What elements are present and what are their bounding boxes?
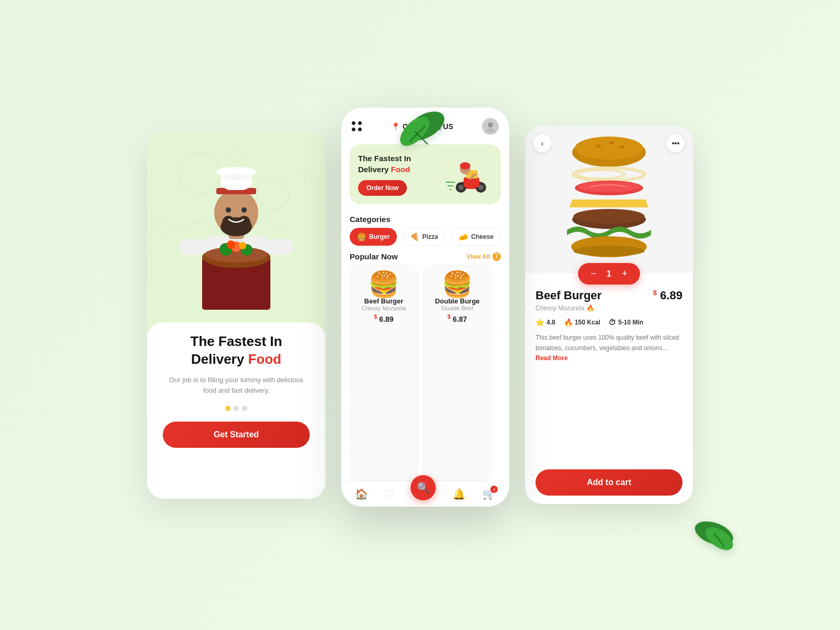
svg-marker-56: [570, 200, 648, 207]
favorites-nav-icon[interactable]: ♡: [385, 488, 394, 500]
increase-qty-button[interactable]: +: [622, 268, 627, 279]
home-nav-icon[interactable]: 🏠: [355, 488, 368, 500]
detail-image-area: ‹ •••: [525, 126, 693, 273]
location-icon: 📍: [391, 122, 400, 131]
svg-point-34: [488, 122, 493, 128]
detail-info: Beef Burger $ 6.89 Chessy Mozarela 🔥 ⭐ 4…: [525, 273, 693, 504]
beef-burger-sub: Chessy Mozarela: [362, 305, 406, 311]
add-to-cart-button[interactable]: Add to cart: [536, 469, 682, 496]
delivery-illustration: [445, 153, 492, 195]
svg-point-58: [573, 209, 645, 224]
rating-stat: ⭐ 4.8: [536, 318, 555, 327]
dot: [358, 121, 362, 125]
category-cheese[interactable]: 🧀 Cheese: [451, 228, 501, 246]
leaf-bottom-right-decoration: [688, 512, 740, 556]
clock-icon: ⏱: [608, 318, 616, 327]
svg-point-53: [578, 170, 625, 178]
double-burger-price: $ 6.87: [447, 313, 467, 323]
pizza-icon: 🍕: [410, 233, 419, 241]
beef-burger-name: Beef Burger: [364, 297, 403, 305]
calories-stat: 🔥 150 Kcal: [564, 318, 601, 327]
category-burger[interactable]: 🍔 Burger: [350, 228, 397, 246]
product-subtitle: Chessy Mozarela 🔥: [536, 304, 682, 312]
search-nav-button[interactable]: 🔍: [411, 475, 436, 500]
svg-rect-14: [178, 239, 207, 255]
hero-text: The Fastest In Delivery Food Order Now: [358, 153, 445, 196]
home-header: 📍 Calofornia, US: [341, 108, 509, 140]
cheese-label: Cheese: [471, 233, 494, 240]
svg-point-55: [578, 182, 640, 192]
category-pizza[interactable]: 🍕 Pizza: [402, 228, 446, 246]
view-all-badge: 7: [492, 253, 501, 261]
search-icon: 🔍: [417, 481, 430, 494]
intro-card-content: The Fastest In Delivery Food Our job is …: [147, 322, 326, 499]
food-card-double-burger[interactable]: 🍔 Double Burge Double Beef $ 6.87: [423, 265, 491, 481]
svg-point-27: [238, 216, 250, 230]
dot-3: [242, 406, 247, 411]
svg-point-60: [573, 246, 645, 256]
dots-indicator: [225, 406, 247, 411]
decrease-qty-button[interactable]: −: [591, 268, 596, 279]
svg-point-33: [223, 174, 249, 180]
product-description: This beef burger uses 100% quality beef …: [536, 333, 682, 469]
product-stats: ⭐ 4.8 🔥 150 Kcal ⏱ 5-10 Min: [536, 318, 682, 327]
read-more-link[interactable]: Read More: [536, 354, 568, 362]
burger-icon: 🍔: [357, 233, 366, 241]
time-stat: ⏱ 5-10 Min: [608, 318, 643, 327]
svg-point-46: [460, 162, 470, 170]
cart-badge: 3: [490, 486, 498, 493]
svg-point-4: [691, 517, 736, 550]
get-started-button[interactable]: Get Started: [163, 422, 310, 448]
double-burger-sub: Double Beef: [442, 305, 474, 311]
svg-point-22: [239, 242, 246, 249]
view-all-button[interactable]: View All 7: [467, 253, 501, 261]
svg-point-5: [701, 523, 737, 554]
popular-title: Popular Now: [350, 252, 398, 261]
pizza-label: Pizza: [422, 233, 438, 240]
home-card: 📍 Calofornia, US The Fastest In Delivery…: [341, 108, 509, 507]
menu-icon[interactable]: [352, 121, 362, 132]
intro-title: The Fastest In Delivery Food: [191, 333, 282, 369]
cart-nav-icon[interactable]: 🛒 3: [482, 488, 496, 500]
main-container: The Fastest In Delivery Food Our job is …: [79, 58, 761, 572]
svg-point-38: [458, 185, 464, 190]
beef-burger-price: $ 6.89: [374, 313, 393, 323]
location-display: 📍 Calofornia, US: [391, 122, 453, 131]
beef-burger-image: 🍔: [368, 272, 400, 297]
dot-2: [234, 406, 239, 411]
order-now-button[interactable]: Order Now: [358, 180, 407, 196]
product-name: Beef Burger: [536, 289, 602, 302]
star-icon: ⭐: [536, 318, 544, 327]
burger-detail-image: [546, 136, 672, 262]
chef-image: [152, 131, 320, 320]
hero-highlight: Food: [391, 165, 411, 174]
product-price: $ 6.89: [653, 289, 682, 302]
calories-icon: 🔥: [564, 318, 573, 327]
bottom-nav: 🏠 ♡ 🔍 🔔 🛒 3: [341, 481, 509, 507]
food-card-beef-burger[interactable]: 🍔 Beef Burger Chessy Mozarela $ 6.89: [350, 265, 418, 481]
svg-point-28: [226, 207, 231, 213]
cheese-icon: 🧀: [459, 233, 468, 241]
svg-line-6: [714, 533, 724, 547]
food-cards-row: 🍔 Beef Burger Chessy Mozarela $ 6.89 🍔 D…: [341, 265, 509, 481]
double-burger-name: Double Burge: [435, 297, 479, 305]
bell-nav-icon[interactable]: 🔔: [453, 488, 466, 500]
svg-point-21: [227, 240, 235, 249]
quantity-selector: − 1 +: [578, 263, 640, 285]
detail-name-row: Beef Burger $ 6.89: [536, 289, 682, 302]
dot: [352, 128, 355, 131]
quantity-display: 1: [607, 269, 612, 279]
svg-rect-15: [265, 239, 294, 255]
intro-card: The Fastest In Delivery Food Our job is …: [147, 131, 326, 499]
title-highlight: Food: [248, 351, 281, 367]
svg-point-48: [575, 136, 643, 160]
double-burger-image: 🍔: [442, 272, 473, 297]
hero-title: The Fastest In Delivery Food: [358, 153, 445, 175]
categories-title: Categories: [341, 208, 509, 228]
svg-point-35: [486, 128, 495, 132]
detail-card: ‹ •••: [525, 126, 693, 504]
fire-icon: 🔥: [586, 304, 594, 312]
user-avatar[interactable]: [482, 118, 499, 135]
hero-banner: The Fastest In Delivery Food Order Now: [350, 144, 501, 204]
popular-header: Popular Now View All 7: [341, 246, 509, 265]
